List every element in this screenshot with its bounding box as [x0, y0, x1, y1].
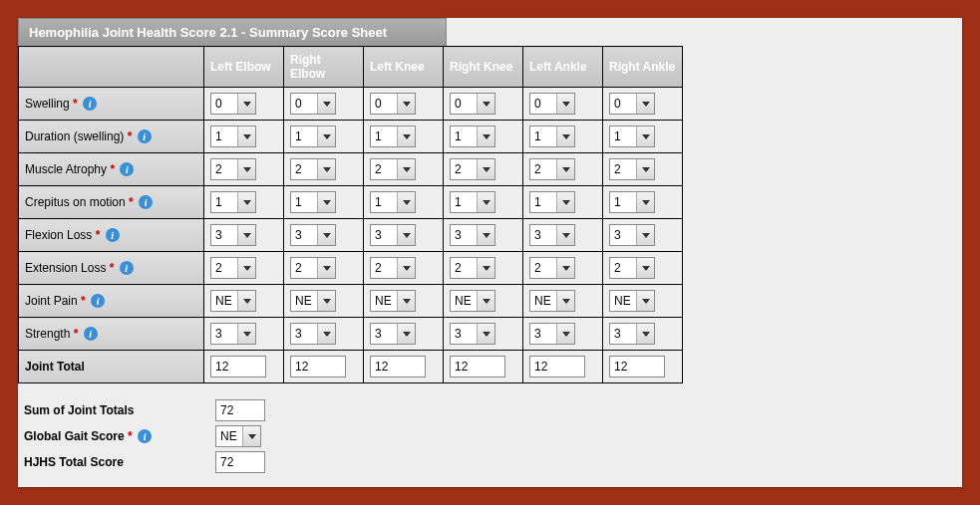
hjhs-total-row: HJHS Total Score	[24, 449, 962, 475]
score-select[interactable]: 1	[370, 191, 416, 213]
score-select[interactable]: 3	[210, 224, 256, 246]
score-value: 3	[291, 327, 317, 341]
info-icon[interactable]: i	[120, 162, 134, 176]
score-select[interactable]: NE	[529, 290, 575, 312]
joint-total-input[interactable]	[529, 356, 585, 378]
value-cell: NE	[284, 285, 364, 318]
score-value: NE	[610, 294, 636, 308]
hjhs-total-input[interactable]	[215, 451, 265, 473]
score-select[interactable]: NE	[290, 290, 336, 312]
score-select[interactable]: 2	[290, 257, 336, 279]
score-select[interactable]: 3	[529, 323, 575, 345]
value-cell: 2	[444, 252, 523, 285]
score-select[interactable]: NE	[450, 290, 495, 312]
value-cell: 1	[444, 186, 523, 219]
joint-total-input[interactable]	[450, 356, 505, 378]
score-value: 0	[211, 97, 237, 111]
joint-total-input[interactable]	[210, 356, 266, 378]
score-select[interactable]: 1	[290, 191, 336, 213]
value-cell: 2	[444, 153, 523, 186]
chevron-down-icon	[477, 126, 494, 146]
score-select[interactable]: 2	[290, 158, 336, 180]
info-icon[interactable]: i	[120, 261, 134, 275]
value-cell: 0	[523, 88, 603, 121]
score-value: 1	[211, 129, 237, 143]
score-select[interactable]: 1	[210, 126, 256, 147]
row-label: Strength	[25, 327, 70, 341]
row-label: Crepitus on motion	[25, 195, 126, 209]
info-icon[interactable]: i	[138, 129, 152, 143]
chevron-down-icon	[317, 192, 335, 212]
score-select[interactable]: NE	[210, 290, 256, 312]
score-select[interactable]: 0	[210, 93, 256, 115]
score-select[interactable]: 1	[609, 126, 655, 147]
score-select[interactable]: 2	[450, 257, 495, 279]
score-value: 1	[291, 195, 317, 209]
value-cell: NE	[444, 285, 523, 318]
score-select[interactable]: 3	[290, 224, 336, 246]
chevron-down-icon	[556, 126, 574, 146]
row-label-cell: Strength * i	[19, 318, 204, 351]
table-row: Muscle Atrophy * i222222	[19, 153, 683, 186]
score-select[interactable]: 3	[210, 323, 256, 345]
score-select[interactable]: 3	[529, 224, 575, 246]
score-select[interactable]: 2	[210, 257, 256, 279]
header-blank	[19, 47, 204, 88]
global-gait-select[interactable]: NE	[215, 425, 261, 447]
row-label-cell: Joint Pain * i	[19, 285, 204, 318]
chevron-down-icon	[237, 192, 255, 212]
score-select[interactable]: 3	[609, 224, 655, 246]
score-select[interactable]: 3	[450, 323, 495, 345]
score-select[interactable]: 1	[529, 191, 575, 213]
score-select[interactable]: 0	[529, 93, 575, 115]
info-icon[interactable]: i	[139, 195, 153, 209]
score-select[interactable]: 1	[529, 126, 575, 147]
info-icon[interactable]: i	[138, 429, 152, 443]
info-icon[interactable]: i	[106, 228, 120, 242]
score-select[interactable]: NE	[370, 290, 416, 312]
score-select[interactable]: 2	[529, 158, 575, 180]
chevron-down-icon	[317, 225, 335, 245]
score-select[interactable]: 0	[450, 93, 495, 115]
score-select[interactable]: 3	[609, 323, 655, 345]
score-value: NE	[451, 294, 477, 308]
score-select[interactable]: 1	[450, 191, 495, 213]
score-select[interactable]: 2	[529, 257, 575, 279]
score-select[interactable]: 0	[609, 93, 655, 115]
joint-total-input[interactable]	[370, 356, 426, 378]
score-select[interactable]: 1	[210, 191, 256, 213]
info-icon[interactable]: i	[84, 327, 98, 341]
score-select[interactable]: 1	[609, 191, 655, 213]
score-select[interactable]: NE	[609, 290, 655, 312]
score-select[interactable]: 2	[450, 158, 495, 180]
chevron-down-icon	[237, 258, 255, 278]
score-select[interactable]: 1	[370, 126, 416, 147]
score-select[interactable]: 3	[370, 323, 416, 345]
score-select[interactable]: 0	[290, 93, 336, 115]
chevron-down-icon	[477, 225, 494, 245]
score-select[interactable]: 2	[609, 158, 655, 180]
score-select[interactable]: 2	[609, 257, 655, 279]
sum-of-totals-input[interactable]	[215, 399, 265, 421]
joint-total-label: Joint Total	[19, 351, 204, 383]
score-select[interactable]: 0	[370, 93, 416, 115]
score-select[interactable]: 1	[290, 126, 336, 147]
score-select[interactable]: 2	[370, 257, 416, 279]
chevron-down-icon	[636, 126, 654, 146]
value-cell: 3	[523, 219, 603, 252]
joint-total-input[interactable]	[609, 356, 665, 378]
row-label: Flexion Loss	[25, 228, 92, 242]
score-select[interactable]: 3	[370, 224, 416, 246]
score-select[interactable]: 2	[370, 158, 416, 180]
col-right-knee: Right Knee	[444, 47, 523, 88]
info-icon[interactable]: i	[91, 294, 105, 308]
info-icon[interactable]: i	[83, 97, 97, 111]
score-select[interactable]: 2	[210, 158, 256, 180]
value-cell: 1	[603, 186, 683, 219]
score-select[interactable]: 1	[450, 126, 495, 147]
score-select[interactable]: 3	[450, 224, 495, 246]
score-select[interactable]: 3	[290, 323, 336, 345]
joint-total-input[interactable]	[290, 356, 346, 378]
score-value: 2	[371, 162, 397, 176]
value-cell: 3	[284, 219, 364, 252]
